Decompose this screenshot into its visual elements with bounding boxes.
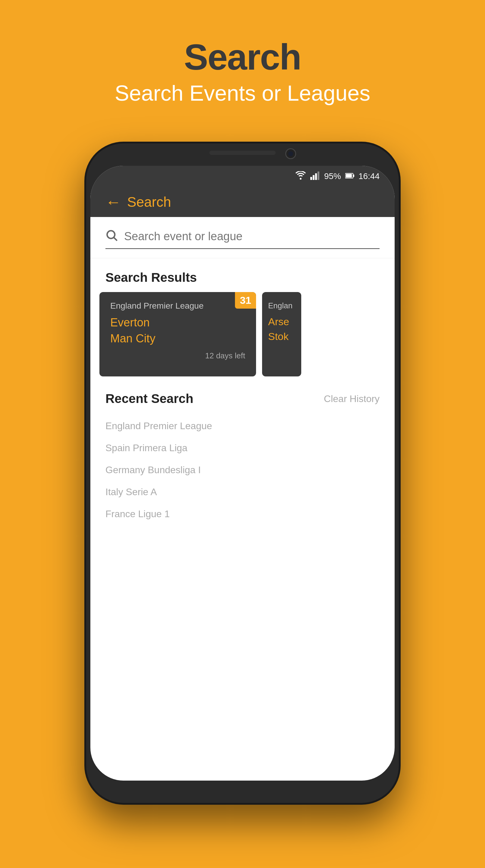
partial-card-team2: Stok	[268, 331, 295, 342]
signal-icon	[310, 172, 320, 181]
status-icons: 95% 16:44	[295, 171, 380, 182]
clock-time: 16:44	[358, 172, 380, 181]
result-card-2-partial[interactable]: Englan Arse Stok	[262, 292, 301, 376]
status-bar: 95% 16:44	[90, 166, 395, 187]
phone-screen: 95% 16:44 ← Search	[90, 166, 395, 781]
recent-search-item[interactable]: Germany Bundesliga I	[105, 459, 380, 481]
search-input[interactable]	[124, 230, 380, 243]
svg-rect-6	[353, 175, 354, 177]
card-league-1: England Premier League	[110, 301, 245, 311]
hero-title: Search	[184, 36, 301, 78]
card-days-1: 12 days left	[110, 351, 245, 361]
card-team1-1: Everton	[110, 316, 245, 329]
search-results-section: Search Results 31 England Premier League…	[90, 258, 395, 376]
clear-history-button[interactable]: Clear History	[324, 393, 380, 404]
search-input-row	[105, 229, 380, 249]
svg-line-8	[114, 238, 117, 241]
front-camera	[285, 148, 296, 159]
recent-search-item[interactable]: France Ligue 1	[105, 503, 380, 525]
battery-percent: 95%	[324, 172, 341, 181]
battery-icon	[345, 173, 354, 180]
result-card-1[interactable]: 31 England Premier League Everton Man Ci…	[99, 292, 256, 376]
app-header: ← Search	[90, 187, 395, 217]
svg-rect-5	[346, 174, 352, 178]
recent-search-section: Recent Search Clear History England Prem…	[90, 376, 395, 531]
svg-rect-2	[315, 173, 317, 180]
svg-rect-0	[310, 177, 312, 180]
header-title: Search	[127, 194, 171, 210]
search-container	[90, 217, 395, 258]
phone-device: 95% 16:44 ← Search	[84, 142, 401, 805]
recent-search-item[interactable]: England Premier League	[105, 415, 380, 437]
card-team2-1: Man City	[110, 332, 245, 345]
hero-section: Search Search Events or Leagues	[0, 0, 485, 124]
recent-search-title: Recent Search	[105, 392, 193, 406]
svg-rect-1	[313, 175, 315, 180]
wifi-icon	[295, 171, 306, 182]
speaker-notch	[209, 151, 276, 155]
back-button[interactable]: ←	[105, 193, 121, 211]
recent-items-list: England Premier LeagueSpain Primera Liga…	[105, 415, 380, 525]
hero-subtitle: Search Events or Leagues	[115, 81, 370, 105]
partial-card-league: Englan	[268, 301, 295, 310]
search-results-title: Search Results	[90, 258, 395, 292]
recent-search-item[interactable]: Spain Primera Liga	[105, 437, 380, 459]
recent-header: Recent Search Clear History	[105, 392, 380, 406]
card-badge-1: 31	[235, 292, 256, 309]
recent-search-item[interactable]: Italy Serie A	[105, 481, 380, 503]
results-cards-row: 31 England Premier League Everton Man Ci…	[90, 292, 395, 376]
search-icon	[105, 229, 119, 244]
svg-rect-3	[318, 172, 319, 180]
phone-shell: 95% 16:44 ← Search	[84, 142, 401, 805]
content-area: Search Results 31 England Premier League…	[90, 258, 395, 531]
svg-point-7	[107, 231, 115, 239]
partial-card-team1: Arse	[268, 316, 295, 328]
